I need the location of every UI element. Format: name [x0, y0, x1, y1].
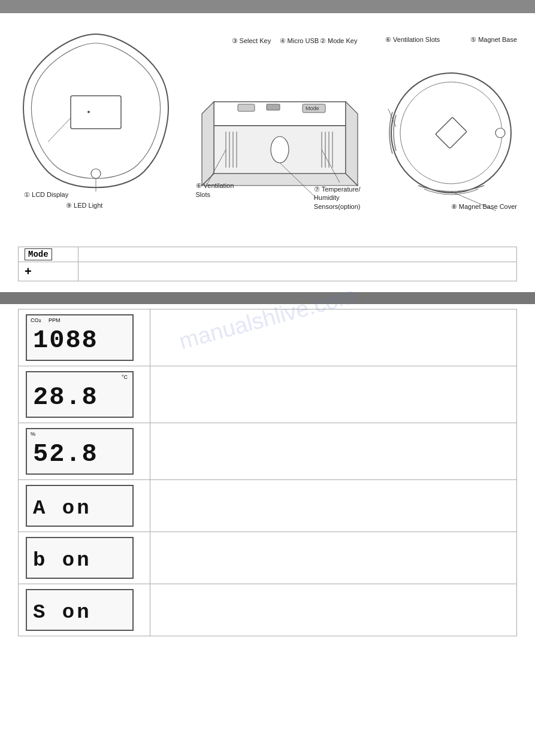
display-cell-temp-desc — [150, 366, 517, 423]
mode-description-cell-1 — [78, 247, 517, 262]
display-row-b-on: b on — [19, 532, 517, 584]
display-row-co2: CO₂ PPM 1088 — [19, 309, 517, 366]
display-cell-humidity-desc — [150, 423, 517, 480]
svg-point-24 — [495, 128, 505, 138]
device-side-view: ⑥ Ventilation Slots ⑤ Magnet Base — [385, 31, 517, 211]
s-on-value: S on — [33, 601, 126, 624]
svg-rect-0 — [71, 96, 121, 129]
svg-text:Mode: Mode — [306, 105, 319, 111]
a-on-value: A on — [33, 497, 126, 520]
device-front-view: ① LCD Display ⑨ LED Light — [18, 25, 174, 205]
section-bar — [0, 292, 535, 304]
temp-value: 28.8 — [33, 383, 126, 412]
mode-key-cell: Mode — [19, 247, 78, 262]
svg-rect-5 — [238, 104, 255, 111]
magnet-base-cover-label: ⑧ Magnet Base Cover — [451, 202, 517, 211]
diagram-section: ① LCD Display ⑨ LED Light ③ Select Key ④… — [0, 19, 535, 241]
lcd-a-on: A on — [26, 485, 134, 527]
percent-label: % — [31, 431, 35, 437]
lcd-humidity: % 52.8 — [26, 428, 134, 475]
co2-label: CO₂ — [31, 317, 41, 323]
humidity-value: 52.8 — [33, 440, 126, 469]
mode-key-label: ② Mode Key — [320, 37, 358, 45]
svg-point-2 — [91, 169, 101, 178]
lcd-s-on: S on — [26, 589, 134, 631]
page-wrapper: manualshlive.com — [0, 0, 535, 636]
b-on-value: b on — [33, 549, 126, 572]
svg-rect-6 — [267, 104, 280, 110]
micro-usb-label: ④ Micro USB — [280, 37, 319, 45]
display-table: CO₂ PPM 1088 °C 28.8 % 52.8 — [18, 309, 517, 636]
display-row-humidity: % 52.8 — [19, 423, 517, 480]
display-cell-temp-lcd: °C 28.8 — [19, 366, 150, 423]
lcd-temp: °C 28.8 — [26, 371, 134, 418]
display-cell-a-on-lcd: A on — [19, 480, 150, 532]
lcd-display-label: ① LCD Display — [24, 191, 68, 199]
display-cell-b-on-lcd: b on — [19, 532, 150, 584]
lcd-b-on: b on — [26, 537, 134, 579]
magnet-base-label: ⑤ Magnet Base — [470, 36, 517, 44]
mode-table-section: Mode + — [0, 241, 535, 287]
ventilation-slots-left-label: ⑥ VentilationSlots — [196, 181, 234, 199]
plus-key-cell: + — [19, 262, 78, 281]
display-cell-co2-desc — [150, 309, 517, 366]
top-bar — [0, 0, 535, 13]
led-light-label: ⑨ LED Light — [66, 202, 102, 210]
select-key-label: ③ Select Key — [232, 37, 271, 45]
svg-point-1 — [87, 111, 90, 113]
display-row-temp: °C 28.8 — [19, 366, 517, 423]
co2-value: 1088 — [33, 326, 126, 355]
mode-table: Mode + — [18, 247, 517, 281]
display-row-s-on: S on — [19, 584, 517, 636]
diagram-container: ① LCD Display ⑨ LED Light ③ Select Key ④… — [18, 25, 517, 229]
ppm-label: PPM — [49, 317, 61, 323]
mode-table-row-2: + — [19, 262, 517, 281]
temp-humidity-label: ⑦ Temperature/HumiditySensors(option) — [314, 185, 361, 211]
mode-description-cell-2 — [78, 262, 517, 281]
svg-point-13 — [271, 136, 289, 163]
display-cell-co2-lcd: CO₂ PPM 1088 — [19, 309, 150, 366]
celsius-label: °C — [122, 374, 128, 380]
display-cell-s-on-desc — [150, 584, 517, 636]
mode-table-row-1: Mode — [19, 247, 517, 262]
display-cell-b-on-desc — [150, 532, 517, 584]
display-cell-s-on-lcd: S on — [19, 584, 150, 636]
display-cell-a-on-desc — [150, 480, 517, 532]
display-row-a-on: A on — [19, 480, 517, 532]
display-cell-humidity-lcd: % 52.8 — [19, 423, 150, 480]
lcd-co2: CO₂ PPM 1088 — [26, 314, 134, 361]
ventilation-slots-right-label: ⑥ Ventilation Slots — [385, 36, 440, 44]
device-top-view: ③ Select Key ④ Micro USB ② Mode Key — [196, 37, 364, 217]
